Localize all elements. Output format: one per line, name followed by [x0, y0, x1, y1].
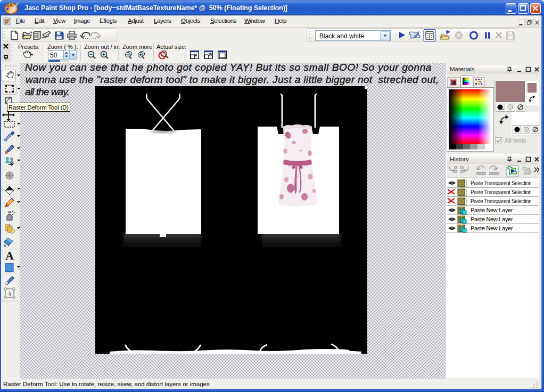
- svg-text:A: A: [5, 249, 14, 262]
